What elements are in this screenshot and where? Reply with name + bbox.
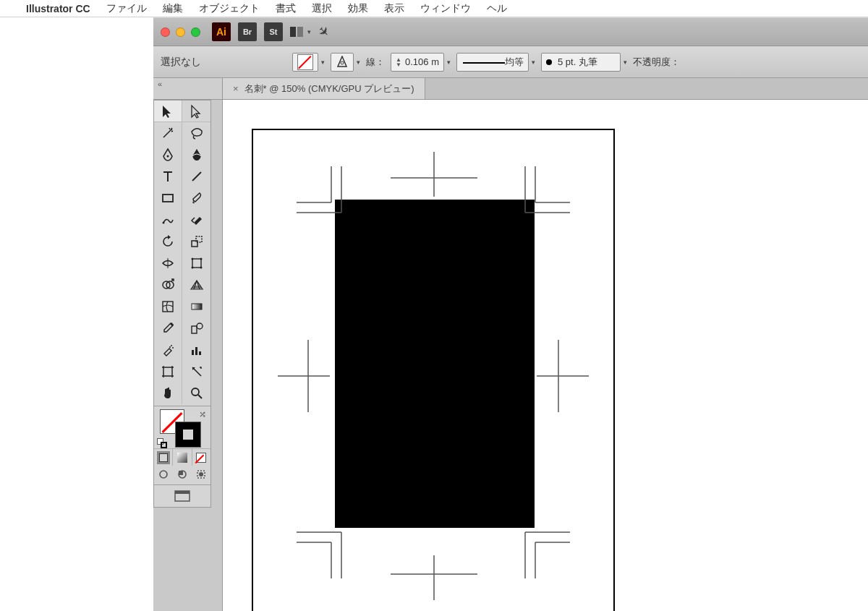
minimize-window-button[interactable] [176, 27, 185, 37]
shaper-tool[interactable] [154, 209, 182, 231]
placed-black-rectangle[interactable] [335, 200, 535, 528]
eraser-tool[interactable] [182, 209, 210, 231]
shape-builder-tool[interactable] [154, 274, 182, 296]
illustrator-home-icon[interactable]: Ai [212, 22, 231, 41]
brush-definition[interactable]: 5 pt. 丸筆 [541, 53, 621, 72]
stroke-weight-input[interactable]: ▲▼ 0.106 m [391, 53, 444, 72]
default-fill-stroke-icon[interactable] [157, 438, 167, 448]
menu-type[interactable]: 書式 [276, 2, 296, 15]
menu-window[interactable]: ウィンドウ [420, 2, 471, 15]
svg-point-20 [171, 345, 172, 346]
stroke-label: 線： [366, 56, 385, 69]
hand-tool[interactable] [154, 383, 182, 404]
document-tabstrip: × 名刺* @ 150% (CMYK/GPU プレビュー) [223, 78, 868, 100]
app-menu[interactable]: Illustrator CC [26, 3, 90, 14]
svg-rect-23 [192, 350, 194, 355]
fill-dropdown-chevron-icon[interactable]: ▾ [321, 59, 325, 66]
draw-behind-icon[interactable] [173, 466, 192, 483]
free-transform-tool[interactable] [182, 252, 210, 274]
stroke-box[interactable] [176, 422, 200, 447]
svg-rect-6 [192, 241, 197, 247]
zoom-tool[interactable] [182, 383, 210, 404]
profile-label: 均等 [505, 56, 524, 69]
gradient-mode-button[interactable] [173, 449, 192, 466]
line-segment-tool[interactable] [182, 166, 210, 187]
menu-file[interactable]: ファイル [106, 2, 147, 15]
svg-rect-24 [195, 347, 197, 355]
svg-point-33 [199, 472, 203, 477]
color-mode-button[interactable] [154, 449, 173, 466]
eyedropper-tool[interactable] [154, 317, 182, 339]
menu-help[interactable]: ヘル [487, 2, 507, 15]
none-mode-button[interactable] [192, 449, 210, 466]
recolor-chevron-icon[interactable]: ▾ [357, 59, 360, 66]
rotate-tool[interactable] [154, 231, 182, 252]
svg-point-12 [191, 267, 193, 269]
stroke-weight-value: 0.106 m [405, 56, 439, 67]
svg-point-19 [197, 323, 203, 329]
svg-rect-31 [179, 471, 183, 475]
slice-tool[interactable] [182, 361, 210, 383]
scale-tool[interactable] [182, 231, 210, 252]
gpu-performance-icon[interactable]: ✈ [314, 22, 333, 41]
direct-selection-tool[interactable] [182, 101, 210, 122]
menu-view[interactable]: 表示 [384, 2, 404, 15]
paintbrush-tool[interactable] [182, 187, 210, 209]
selection-status: 選択なし [161, 56, 201, 69]
panel-collapse-handle[interactable]: « [153, 78, 223, 100]
tools-panel: ⤮ [153, 100, 211, 508]
svg-point-10 [191, 258, 193, 260]
variable-width-profile[interactable]: 均等 [456, 53, 529, 72]
fill-stroke-control[interactable]: ⤮ [154, 408, 210, 448]
svg-point-2 [167, 155, 169, 158]
opacity-label: 不透明度： [633, 56, 680, 69]
svg-point-13 [200, 267, 202, 269]
canvas[interactable] [223, 100, 868, 611]
draw-normal-icon[interactable] [154, 466, 173, 483]
svg-rect-25 [199, 351, 201, 355]
pen-tool[interactable] [154, 144, 182, 166]
svg-point-29 [160, 471, 167, 478]
mesh-tool[interactable] [154, 296, 182, 317]
control-bar: 選択なし ▾ ▾ 線： ▲▼ 0.106 m ▾ 均等 ▾ 5 pt. 丸筆 ▾… [153, 46, 868, 78]
close-window-button[interactable] [161, 27, 170, 37]
profile-chevron-icon[interactable]: ▾ [532, 59, 535, 66]
svg-rect-26 [163, 367, 172, 376]
magic-wand-tool[interactable] [154, 122, 182, 144]
document-tab[interactable]: × 名刺* @ 150% (CMYK/GPU プレビュー) [223, 78, 425, 99]
selection-tool[interactable] [154, 101, 182, 122]
change-screen-mode-icon[interactable] [154, 487, 210, 507]
symbol-sprayer-tool[interactable] [154, 339, 182, 361]
arrange-documents-icon[interactable] [290, 27, 303, 37]
recolor-artwork-icon[interactable] [331, 53, 354, 72]
blend-tool[interactable] [182, 317, 210, 339]
artboard-tool[interactable] [154, 361, 182, 383]
stock-icon[interactable]: St [264, 22, 283, 41]
close-tab-icon[interactable]: × [233, 83, 239, 94]
artboard[interactable] [253, 130, 613, 611]
menu-select[interactable]: 選択 [312, 2, 332, 15]
gradient-tool[interactable] [182, 296, 210, 317]
perspective-grid-tool[interactable] [182, 274, 210, 296]
svg-point-5 [163, 222, 165, 224]
app-window-titlebar: Ai Br St ▾ ✈ [153, 17, 868, 46]
width-tool[interactable] [154, 252, 182, 274]
curvature-tool[interactable] [182, 144, 210, 166]
zoom-window-button[interactable] [191, 27, 200, 37]
arrange-documents-chevron-icon[interactable]: ▾ [307, 28, 311, 35]
type-tool[interactable] [154, 166, 182, 187]
window-controls [161, 27, 200, 37]
swap-fill-stroke-icon[interactable]: ⤮ [199, 409, 206, 419]
draw-inside-icon[interactable] [192, 466, 210, 483]
bridge-icon[interactable]: Br [238, 22, 257, 41]
svg-rect-18 [192, 326, 197, 333]
menu-edit[interactable]: 編集 [163, 2, 183, 15]
brush-chevron-icon[interactable]: ▾ [624, 59, 627, 66]
column-graph-tool[interactable] [182, 339, 210, 361]
lasso-tool[interactable] [182, 122, 210, 144]
rectangle-tool[interactable] [154, 187, 182, 209]
menu-effect[interactable]: 効果 [348, 2, 368, 15]
menu-object[interactable]: オブジェクト [199, 2, 260, 15]
fill-color-swatch[interactable] [292, 53, 318, 72]
stroke-weight-chevron-icon[interactable]: ▾ [447, 59, 451, 66]
